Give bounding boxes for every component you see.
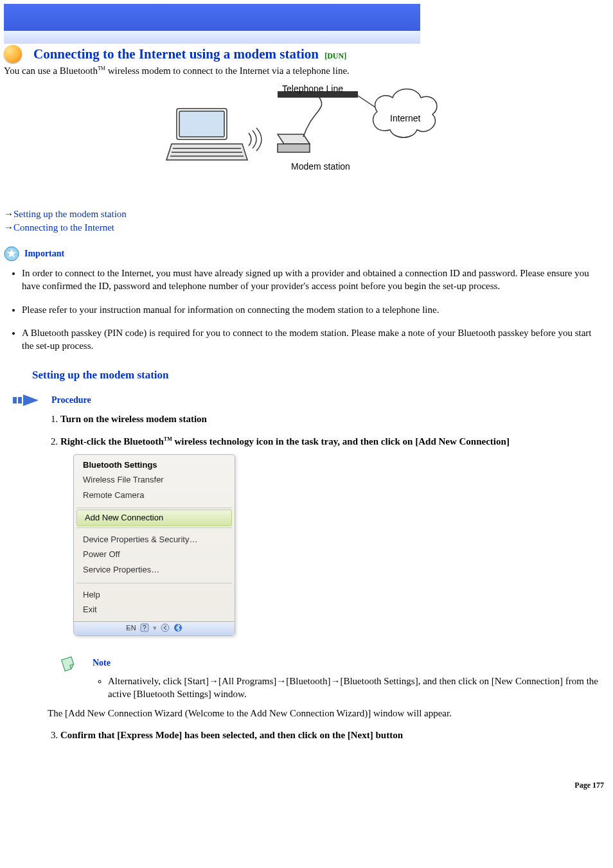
- step-2-text: Right-click the BluetoothTM wireless tec…: [60, 436, 510, 447]
- star-icon: [4, 246, 19, 261]
- menu-separator: [76, 583, 232, 583]
- important-bullets: In order to connect to the Internet, you…: [22, 267, 605, 352]
- intro-text: You can use a BluetoothTM wireless modem…: [4, 66, 609, 76]
- menu-title: Bluetooth Settings: [83, 457, 228, 473]
- anchor-links-block: →Setting up the modem station →Connectin…: [4, 208, 609, 235]
- link-setup-modem[interactable]: Setting up the modem station: [13, 209, 127, 219]
- important-bullet: A Bluetooth passkey (PIN code) is requir…: [22, 326, 605, 353]
- svg-rect-8: [18, 397, 22, 403]
- diagram-illustration: Telephone Line Internet Modem station: [165, 83, 448, 199]
- taskbar-tray: EN ? ▾: [74, 621, 235, 635]
- menu-item-service-properties: Service Properties…: [83, 562, 228, 578]
- svg-text:?: ?: [143, 624, 147, 632]
- diagram-label-internet: Internet: [390, 113, 421, 123]
- note-heading: Note: [93, 657, 111, 669]
- step-1: Turn on the wireless modem station: [60, 412, 609, 425]
- step-3: Confirm that [Express Mode] has been sel…: [60, 729, 609, 741]
- note-list: Alternatively, click [Start]→[All Progra…: [86, 675, 609, 701]
- step-2-post: wireless technology icon in the task tra…: [172, 436, 510, 447]
- procedure-arrow-icon: [13, 393, 39, 407]
- step-1-text: Turn on the wireless modem station: [60, 414, 207, 424]
- menu-item-wft: Wireless File Transfer: [83, 472, 228, 488]
- svg-rect-1: [179, 111, 224, 137]
- step-3-text: Confirm that [Express Mode] has been sel…: [60, 730, 403, 740]
- menu-item-power-off: Power Off: [83, 547, 228, 562]
- help-tray-icon: ?: [140, 623, 149, 632]
- intro-pre: You can use a Bluetooth: [4, 66, 98, 76]
- title-bullet-icon: [4, 45, 22, 63]
- title-row: Connecting to the Internet using a modem…: [0, 44, 613, 64]
- menu-separator: [76, 508, 232, 508]
- svg-point-12: [161, 624, 169, 632]
- note-icon: [60, 655, 77, 672]
- note-item: Alternatively, click [Start]→[All Progra…: [108, 675, 609, 701]
- procedure-block: Procedure Turn on the wireless modem sta…: [13, 393, 613, 741]
- step-2-pre: Right-click the Bluetooth: [60, 436, 164, 447]
- page-title-text: Connecting to the Internet using a modem…: [33, 46, 319, 62]
- bluetooth-tray-icon: [173, 623, 182, 632]
- arrow-glyph: →: [4, 222, 13, 233]
- banner-bar-top: [4, 4, 420, 31]
- important-bullet: Please refer to your instruction manual …: [22, 303, 605, 316]
- important-heading: Important: [24, 249, 64, 259]
- tray-divider: ▾: [153, 623, 157, 633]
- section-heading-setup: Setting up the modem station: [32, 369, 613, 382]
- important-label-row: Important: [4, 246, 609, 261]
- page-title: Connecting to the Internet using a modem…: [33, 46, 346, 62]
- trademark-symbol: TM: [98, 66, 105, 71]
- top-banner: [4, 4, 420, 44]
- page-title-tag: [DUN]: [324, 51, 346, 60]
- context-menu-mock: Bluetooth Settings Wireless File Transfe…: [73, 454, 235, 636]
- step-2: Right-click the BluetoothTM wireless tec…: [60, 435, 609, 720]
- tray-language: EN: [126, 623, 136, 633]
- procedure-heading: Procedure: [51, 395, 91, 405]
- diagram-label-telephone: Telephone Line: [282, 84, 343, 94]
- arrow-glyph: →: [4, 209, 13, 219]
- wizard-appear-text: The [Add New Connection Wizard (Welcome …: [48, 707, 605, 720]
- diagram-label-modem: Modem station: [291, 161, 350, 172]
- important-bullet: In order to connect to the Internet, you…: [22, 267, 605, 293]
- menu-item-remote-camera: Remote Camera: [83, 488, 228, 503]
- trademark-symbol: TM: [164, 436, 172, 442]
- menu-item-add-new-connection: Add New Connection: [76, 509, 232, 526]
- menu-separator: [76, 527, 232, 528]
- banner-bar-mid: [4, 31, 420, 44]
- tray-chevron-left-icon: [161, 623, 170, 632]
- menu-item-exit: Exit: [83, 602, 228, 617]
- svg-rect-7: [13, 397, 17, 403]
- svg-marker-9: [23, 394, 39, 406]
- intro-post: wireless modem to connect to the Interne…: [105, 66, 350, 76]
- link-connect-internet[interactable]: Connecting to the Internet: [13, 222, 114, 233]
- important-section: Important In order to connect to the Int…: [4, 246, 609, 352]
- page-footer: Page 177: [0, 781, 604, 790]
- menu-item-device-properties: Device Properties & Security…: [83, 532, 228, 547]
- menu-item-help: Help: [83, 587, 228, 603]
- procedure-steps: Turn on the wireless modem station Right…: [46, 412, 609, 741]
